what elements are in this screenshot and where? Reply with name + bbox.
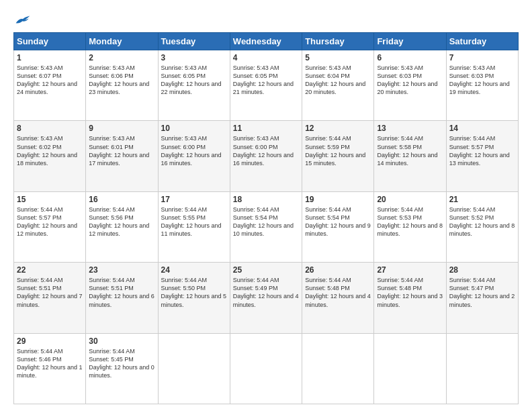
day-info: Sunrise: 5:43 AM Sunset: 6:01 PM Dayligh…	[89, 134, 154, 167]
day-info: Sunrise: 5:44 AM Sunset: 5:54 PM Dayligh…	[305, 205, 371, 238]
calendar-week-5: 29 Sunrise: 5:44 AM Sunset: 5:46 PM Dayl…	[14, 333, 519, 404]
day-info: Sunrise: 5:44 AM Sunset: 5:45 PM Dayligh…	[89, 347, 154, 380]
day-number: 18	[233, 195, 299, 204]
day-header-sunday: Sunday	[14, 33, 86, 50]
day-number: 14	[449, 124, 515, 133]
day-number: 24	[161, 265, 227, 275]
calendar-cell	[302, 333, 374, 404]
day-number: 23	[89, 265, 154, 275]
day-header-saturday: Saturday	[446, 33, 518, 50]
logo	[13, 13, 31, 26]
calendar-week-2: 8 Sunrise: 5:43 AM Sunset: 6:02 PM Dayli…	[14, 121, 519, 191]
day-number: 21	[449, 195, 515, 204]
calendar-cell: 25 Sunrise: 5:44 AM Sunset: 5:49 PM Dayl…	[230, 263, 302, 333]
day-info: Sunrise: 5:44 AM Sunset: 5:47 PM Dayligh…	[449, 276, 515, 309]
day-info: Sunrise: 5:44 AM Sunset: 5:51 PM Dayligh…	[17, 276, 83, 309]
page-header	[13, 13, 519, 26]
calendar-cell: 23 Sunrise: 5:44 AM Sunset: 5:51 PM Dayl…	[86, 263, 158, 333]
calendar-cell: 8 Sunrise: 5:43 AM Sunset: 6:02 PM Dayli…	[14, 121, 86, 191]
day-info: Sunrise: 5:43 AM Sunset: 6:02 PM Dayligh…	[17, 134, 83, 167]
calendar-cell: 10 Sunrise: 5:43 AM Sunset: 6:00 PM Dayl…	[158, 121, 230, 191]
calendar-cell: 12 Sunrise: 5:44 AM Sunset: 5:59 PM Dayl…	[302, 121, 374, 191]
calendar-cell: 11 Sunrise: 5:43 AM Sunset: 6:00 PM Dayl…	[230, 121, 302, 191]
day-info: Sunrise: 5:44 AM Sunset: 5:48 PM Dayligh…	[377, 276, 443, 309]
calendar-cell: 27 Sunrise: 5:44 AM Sunset: 5:48 PM Dayl…	[374, 263, 446, 333]
day-info: Sunrise: 5:44 AM Sunset: 5:58 PM Dayligh…	[377, 134, 443, 167]
day-number: 22	[17, 265, 83, 275]
day-info: Sunrise: 5:43 AM Sunset: 6:06 PM Dayligh…	[89, 64, 154, 97]
day-info: Sunrise: 5:44 AM Sunset: 5:57 PM Dayligh…	[449, 134, 515, 167]
day-number: 7	[449, 53, 515, 62]
day-info: Sunrise: 5:44 AM Sunset: 5:56 PM Dayligh…	[89, 205, 154, 238]
day-number: 4	[233, 53, 299, 62]
day-number: 5	[305, 53, 371, 62]
calendar-cell: 13 Sunrise: 5:44 AM Sunset: 5:58 PM Dayl…	[374, 121, 446, 191]
day-info: Sunrise: 5:43 AM Sunset: 6:04 PM Dayligh…	[305, 64, 371, 97]
day-number: 17	[161, 195, 227, 204]
calendar-cell: 7 Sunrise: 5:43 AM Sunset: 6:03 PM Dayli…	[446, 50, 518, 121]
calendar-table: SundayMondayTuesdayWednesdayThursdayFrid…	[13, 32, 519, 404]
day-info: Sunrise: 5:44 AM Sunset: 5:50 PM Dayligh…	[161, 276, 227, 309]
calendar-week-3: 15 Sunrise: 5:44 AM Sunset: 5:57 PM Dayl…	[14, 191, 519, 262]
calendar-cell: 22 Sunrise: 5:44 AM Sunset: 5:51 PM Dayl…	[14, 263, 86, 333]
day-number: 20	[377, 195, 443, 204]
calendar-week-4: 22 Sunrise: 5:44 AM Sunset: 5:51 PM Dayl…	[14, 263, 519, 333]
day-number: 9	[89, 124, 154, 133]
day-info: Sunrise: 5:44 AM Sunset: 5:52 PM Dayligh…	[449, 205, 515, 238]
day-number: 12	[305, 124, 371, 133]
day-header-friday: Friday	[374, 33, 446, 50]
day-number: 30	[89, 336, 154, 346]
day-number: 6	[377, 53, 443, 62]
day-header-monday: Monday	[86, 33, 158, 50]
day-info: Sunrise: 5:44 AM Sunset: 5:55 PM Dayligh…	[161, 205, 227, 238]
day-info: Sunrise: 5:44 AM Sunset: 5:54 PM Dayligh…	[233, 205, 299, 238]
day-number: 29	[17, 336, 83, 346]
day-info: Sunrise: 5:44 AM Sunset: 5:51 PM Dayligh…	[89, 276, 154, 309]
day-number: 3	[161, 53, 227, 62]
day-number: 27	[377, 265, 443, 275]
calendar-cell: 28 Sunrise: 5:44 AM Sunset: 5:47 PM Dayl…	[446, 263, 518, 333]
calendar-cell: 4 Sunrise: 5:43 AM Sunset: 6:05 PM Dayli…	[230, 50, 302, 121]
calendar-cell: 21 Sunrise: 5:44 AM Sunset: 5:52 PM Dayl…	[446, 191, 518, 262]
calendar-cell: 30 Sunrise: 5:44 AM Sunset: 5:45 PM Dayl…	[86, 333, 158, 404]
day-info: Sunrise: 5:44 AM Sunset: 5:57 PM Dayligh…	[17, 205, 83, 238]
calendar-cell: 29 Sunrise: 5:44 AM Sunset: 5:46 PM Dayl…	[14, 333, 86, 404]
calendar-cell: 20 Sunrise: 5:44 AM Sunset: 5:53 PM Dayl…	[374, 191, 446, 262]
day-number: 2	[89, 53, 154, 62]
calendar-cell: 3 Sunrise: 5:43 AM Sunset: 6:05 PM Dayli…	[158, 50, 230, 121]
calendar-cell	[374, 333, 446, 404]
day-header-wednesday: Wednesday	[230, 33, 302, 50]
day-info: Sunrise: 5:44 AM Sunset: 5:53 PM Dayligh…	[377, 205, 443, 238]
calendar-cell	[446, 333, 518, 404]
calendar-cell: 16 Sunrise: 5:44 AM Sunset: 5:56 PM Dayl…	[86, 191, 158, 262]
day-info: Sunrise: 5:44 AM Sunset: 5:48 PM Dayligh…	[305, 276, 371, 309]
calendar-cell	[158, 333, 230, 404]
day-info: Sunrise: 5:43 AM Sunset: 6:07 PM Dayligh…	[17, 64, 83, 97]
calendar-cell: 24 Sunrise: 5:44 AM Sunset: 5:50 PM Dayl…	[158, 263, 230, 333]
calendar-cell: 18 Sunrise: 5:44 AM Sunset: 5:54 PM Dayl…	[230, 191, 302, 262]
day-info: Sunrise: 5:44 AM Sunset: 5:59 PM Dayligh…	[305, 134, 371, 167]
day-number: 15	[17, 195, 83, 204]
day-number: 16	[89, 195, 154, 204]
calendar-cell: 5 Sunrise: 5:43 AM Sunset: 6:04 PM Dayli…	[302, 50, 374, 121]
day-info: Sunrise: 5:43 AM Sunset: 6:03 PM Dayligh…	[449, 64, 515, 97]
day-number: 19	[305, 195, 371, 204]
calendar-cell: 6 Sunrise: 5:43 AM Sunset: 6:03 PM Dayli…	[374, 50, 446, 121]
calendar-cell: 9 Sunrise: 5:43 AM Sunset: 6:01 PM Dayli…	[86, 121, 158, 191]
logo-bird-icon	[15, 13, 31, 26]
day-number: 13	[377, 124, 443, 133]
calendar-cell: 17 Sunrise: 5:44 AM Sunset: 5:55 PM Dayl…	[158, 191, 230, 262]
day-info: Sunrise: 5:43 AM Sunset: 6:05 PM Dayligh…	[161, 64, 227, 97]
day-number: 10	[161, 124, 227, 133]
day-info: Sunrise: 5:43 AM Sunset: 6:05 PM Dayligh…	[233, 64, 299, 97]
calendar-cell: 19 Sunrise: 5:44 AM Sunset: 5:54 PM Dayl…	[302, 191, 374, 262]
calendar-week-1: 1 Sunrise: 5:43 AM Sunset: 6:07 PM Dayli…	[14, 50, 519, 121]
day-info: Sunrise: 5:43 AM Sunset: 6:00 PM Dayligh…	[233, 134, 299, 167]
day-number: 11	[233, 124, 299, 133]
day-number: 1	[17, 53, 83, 62]
calendar-header-row: SundayMondayTuesdayWednesdayThursdayFrid…	[14, 33, 519, 50]
day-number: 8	[17, 124, 83, 133]
calendar-cell: 26 Sunrise: 5:44 AM Sunset: 5:48 PM Dayl…	[302, 263, 374, 333]
day-info: Sunrise: 5:43 AM Sunset: 6:03 PM Dayligh…	[377, 64, 443, 97]
calendar-cell: 1 Sunrise: 5:43 AM Sunset: 6:07 PM Dayli…	[14, 50, 86, 121]
